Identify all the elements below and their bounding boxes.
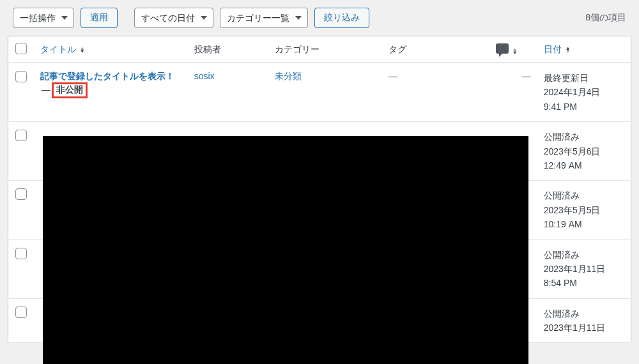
date-cell: 公開済み 2023年1月11日 8:54 PM [537,239,631,298]
apply-button[interactable]: 適用 [81,8,118,28]
date-cell: 公開済み 2023年5月6日 12:49 AM [537,122,631,181]
status-label: 非公開 [56,84,83,95]
date-cell: 公開済み 2023年5月5日 10:19 AM [537,181,631,239]
column-author: 投稿者 [188,36,268,63]
comments-value: — [522,71,531,81]
post-title-link[interactable]: 記事で登録したタイトルを表示！ [40,71,174,81]
tag-value: — [389,71,397,81]
table-row: 記事で登録したタイトルを表示！ —非公開 sosix 未分類 — — 最終更新日… [8,63,631,122]
category-link[interactable]: 未分類 [275,71,302,81]
row-checkbox[interactable] [15,188,27,200]
sort-icon: ▲▼ [80,47,85,53]
column-comments[interactable]: ▲▼ [496,36,537,63]
filter-toolbar: 一括操作 適用 すべての日付 カテゴリー一覧 絞り込み 8個の項目 [0,0,639,33]
column-date[interactable]: 日付 ▲▼ [537,36,631,63]
bulk-action-select[interactable]: 一括操作 [13,8,74,28]
sort-icon: ▲▼ [512,48,518,54]
select-all-cell [8,36,34,63]
row-checkbox[interactable] [15,307,27,318]
redacted-overlay [43,136,528,364]
comment-icon [496,43,509,54]
status-highlight: 非公開 [52,82,88,98]
date-cell: 公開済み 2023年1月11日 [537,298,631,343]
sort-icon: ▲▼ [566,47,571,53]
column-category: カテゴリー [268,36,382,63]
date-cell: 最終更新日 2024年1月4日 9:41 PM [537,63,631,122]
select-all-checkbox[interactable] [15,43,27,54]
column-tag: タグ [382,36,496,63]
row-checkbox[interactable] [15,248,27,259]
column-title[interactable]: タイトル ▲▼ [34,36,188,63]
row-checkbox[interactable] [15,71,27,82]
date-filter-select[interactable]: すべての日付 [134,8,213,28]
author-link[interactable]: sosix [194,71,215,81]
row-checkbox[interactable] [15,130,27,141]
category-filter-select[interactable]: カテゴリー一覧 [220,8,308,28]
item-count: 8個の項目 [585,12,626,24]
filter-button[interactable]: 絞り込み [314,8,369,28]
